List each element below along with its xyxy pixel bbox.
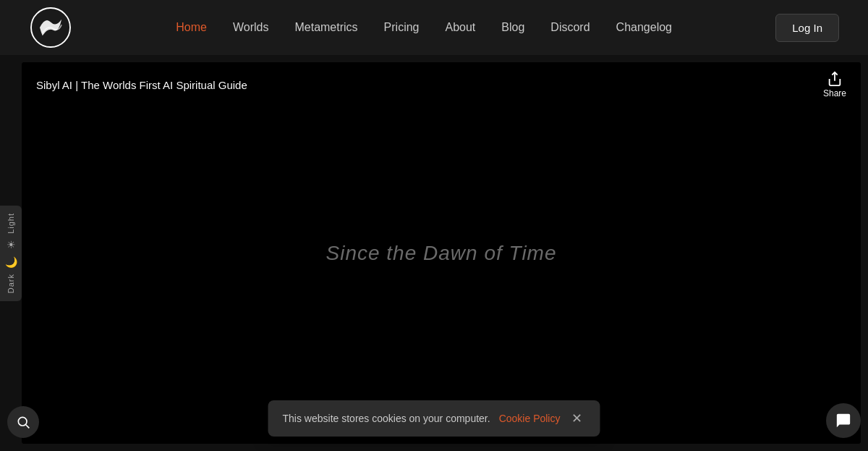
- navbar: Home Worlds Metametrics Pricing About Bl…: [0, 0, 868, 55]
- nav-blog[interactable]: Blog: [501, 21, 524, 33]
- nav-links: Home Worlds Metametrics Pricing About Bl…: [176, 21, 672, 34]
- search-button[interactable]: [7, 406, 39, 438]
- share-icon: [827, 71, 843, 87]
- nav-changelog[interactable]: Changelog: [616, 21, 672, 33]
- search-icon: [16, 415, 30, 429]
- chat-icon: [835, 413, 851, 429]
- cookie-close-button[interactable]: ✕: [569, 412, 585, 425]
- share-button[interactable]: Share: [823, 71, 846, 98]
- logo[interactable]: [29, 6, 72, 49]
- cookie-message: This website stores cookies on your comp…: [283, 413, 490, 424]
- svg-line-3: [26, 425, 30, 429]
- main-content: Light ☀ 🌙 Dark Sibyl AI | The Worlds Fir…: [0, 55, 868, 451]
- video-topbar: Sibyl AI | The Worlds First AI Spiritual…: [22, 62, 861, 107]
- nav-about[interactable]: About: [446, 21, 476, 33]
- video-title: Sibyl AI | The Worlds First AI Spiritual…: [36, 79, 247, 91]
- cookie-policy-link[interactable]: Cookie Policy: [499, 413, 561, 424]
- nav-discord[interactable]: Discord: [550, 21, 590, 33]
- share-label: Share: [823, 88, 846, 98]
- sun-icon: ☀: [7, 239, 16, 250]
- login-button[interactable]: Log In: [775, 14, 839, 42]
- light-label[interactable]: Light: [7, 212, 15, 233]
- svg-point-2: [18, 417, 27, 426]
- nav-home[interactable]: Home: [176, 21, 207, 33]
- theme-toggle: Light ☀ 🌙 Dark: [0, 205, 22, 300]
- video-center-text: Since the Dawn of Time: [326, 242, 557, 265]
- dark-label[interactable]: Dark: [7, 274, 15, 293]
- cookie-banner: This website stores cookies on your comp…: [268, 400, 600, 437]
- chat-button[interactable]: [826, 403, 861, 438]
- nav-pricing[interactable]: Pricing: [384, 21, 420, 33]
- video-container[interactable]: Sibyl AI | The Worlds First AI Spiritual…: [22, 62, 861, 444]
- nav-worlds[interactable]: Worlds: [233, 21, 269, 33]
- logo-icon: [29, 6, 72, 49]
- nav-metametrics[interactable]: Metametrics: [294, 21, 357, 33]
- moon-icon: 🌙: [5, 256, 17, 268]
